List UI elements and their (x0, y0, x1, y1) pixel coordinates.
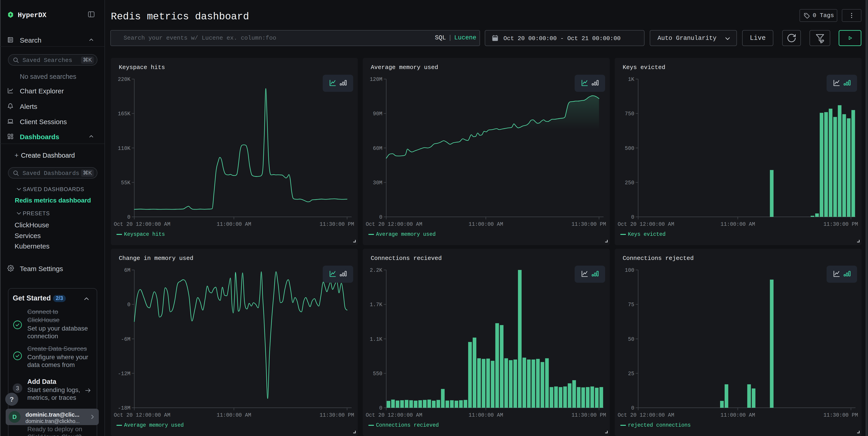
svg-text:1K: 1K (628, 77, 634, 83)
svg-text:11:00:00 AM: 11:00:00 AM (720, 222, 755, 227)
svg-text:-6M: -6M (121, 337, 130, 342)
svg-text:550: 550 (373, 371, 382, 377)
svg-text:Oct 20 12:00:00 AM: Oct 20 12:00:00 AM (114, 412, 170, 418)
svg-text:-12M: -12M (118, 371, 130, 377)
svg-text:220K: 220K (118, 77, 130, 83)
svg-text:1.7K: 1.7K (370, 302, 382, 308)
svg-text:Oct 20 12:00:00 AM: Oct 20 12:00:00 AM (366, 222, 422, 227)
svg-text:11:00:00 AM: 11:00:00 AM (217, 412, 251, 418)
svg-text:750: 750 (625, 111, 634, 117)
svg-text:Oct 20 12:00:00 AM: Oct 20 12:00:00 AM (114, 222, 170, 227)
svg-text:120M: 120M (370, 77, 382, 83)
svg-text:30M: 30M (373, 180, 382, 186)
svg-text:11:00:00 AM: 11:00:00 AM (720, 412, 755, 418)
svg-text:Oct 20 12:00:00 AM: Oct 20 12:00:00 AM (366, 412, 422, 418)
svg-text:250: 250 (625, 180, 634, 186)
svg-text:11:30:00 PM: 11:30:00 PM (824, 412, 858, 418)
svg-text:11:30:00 PM: 11:30:00 PM (571, 222, 606, 227)
svg-text:60M: 60M (373, 146, 382, 151)
svg-text:100: 100 (625, 267, 634, 273)
svg-text:11:30:00 PM: 11:30:00 PM (571, 412, 606, 418)
svg-text:0: 0 (127, 302, 130, 308)
svg-text:Oct 20 12:00:00 AM: Oct 20 12:00:00 AM (618, 222, 674, 227)
svg-text:90M: 90M (373, 111, 382, 117)
svg-text:500: 500 (625, 146, 634, 151)
svg-text:-18M: -18M (118, 405, 130, 411)
svg-text:0: 0 (379, 405, 382, 411)
svg-text:11:30:00 PM: 11:30:00 PM (824, 222, 858, 227)
svg-text:55K: 55K (121, 180, 131, 186)
svg-text:11:30:00 PM: 11:30:00 PM (319, 412, 354, 418)
svg-text:25: 25 (628, 371, 634, 377)
svg-text:0: 0 (127, 214, 130, 220)
svg-text:0: 0 (631, 405, 634, 411)
svg-text:110K: 110K (118, 146, 130, 151)
svg-text:165K: 165K (118, 111, 130, 117)
svg-text:0: 0 (379, 214, 382, 220)
svg-text:2.2K: 2.2K (370, 267, 382, 273)
svg-text:Oct 20 12:00:00 AM: Oct 20 12:00:00 AM (618, 412, 674, 418)
svg-text:0: 0 (631, 214, 634, 220)
svg-text:50: 50 (628, 337, 634, 342)
svg-text:11:30:00 PM: 11:30:00 PM (319, 222, 354, 227)
svg-text:75: 75 (628, 302, 634, 308)
svg-text:11:00:00 AM: 11:00:00 AM (217, 222, 251, 227)
svg-text:11:00:00 AM: 11:00:00 AM (469, 412, 503, 418)
svg-text:6M: 6M (124, 267, 130, 273)
svg-text:1.1K: 1.1K (370, 337, 382, 342)
svg-text:11:00:00 AM: 11:00:00 AM (469, 222, 503, 227)
